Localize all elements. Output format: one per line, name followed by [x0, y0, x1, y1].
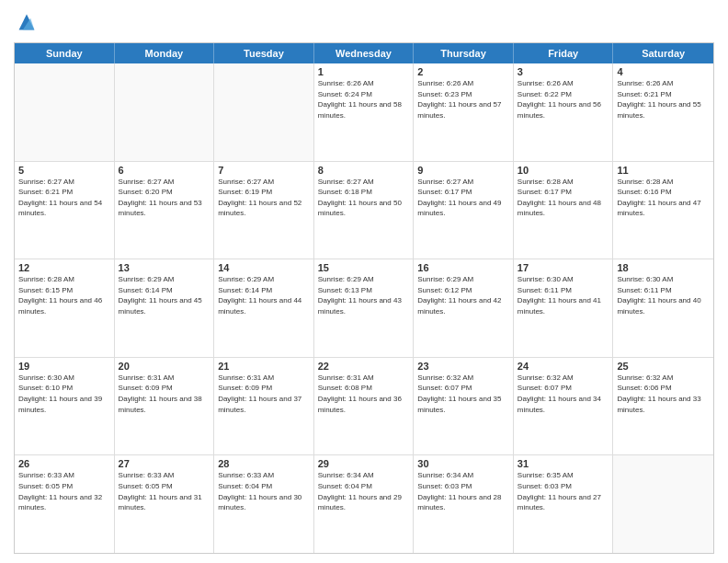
- day-of-week-monday: Monday: [115, 43, 215, 63]
- day-cell-18: 18Sunrise: 6:30 AMSunset: 6:11 PMDayligh…: [613, 259, 713, 357]
- day-info: Sunrise: 6:29 AMSunset: 6:14 PMDaylight:…: [218, 274, 310, 316]
- day-info: Sunrise: 6:26 AMSunset: 6:22 PMDaylight:…: [518, 78, 609, 121]
- day-number: 11: [617, 165, 710, 176]
- day-number: 15: [318, 262, 410, 273]
- day-number: 3: [518, 66, 609, 77]
- day-number: 18: [617, 262, 710, 273]
- day-info: Sunrise: 6:33 AMSunset: 6:05 PMDaylight:…: [119, 470, 210, 512]
- day-number: 22: [318, 361, 410, 372]
- day-info: Sunrise: 6:31 AMSunset: 6:08 PMDaylight:…: [318, 373, 410, 415]
- day-number: 30: [417, 458, 509, 469]
- day-info: Sunrise: 6:30 AMSunset: 6:10 PMDaylight:…: [18, 373, 110, 415]
- day-number: 1: [318, 66, 410, 77]
- day-info: Sunrise: 6:30 AMSunset: 6:11 PMDaylight:…: [617, 274, 710, 316]
- day-cell-24: 24Sunrise: 6:32 AMSunset: 6:07 PMDayligh…: [514, 358, 614, 455]
- day-info: Sunrise: 6:28 AMSunset: 6:17 PMDaylight:…: [518, 177, 609, 219]
- day-cell-5: 5Sunrise: 6:27 AMSunset: 6:21 PMDaylight…: [15, 162, 115, 259]
- calendar: SundayMondayTuesdayWednesdayThursdayFrid…: [14, 42, 714, 554]
- day-number: 7: [218, 165, 310, 176]
- day-cell-25: 25Sunrise: 6:32 AMSunset: 6:06 PMDayligh…: [613, 358, 713, 455]
- day-number: 25: [617, 361, 710, 372]
- day-cell-26: 26Sunrise: 6:33 AMSunset: 6:05 PMDayligh…: [15, 455, 115, 553]
- day-info: Sunrise: 6:32 AMSunset: 6:06 PMDaylight:…: [617, 373, 710, 415]
- day-cell-27: 27Sunrise: 6:33 AMSunset: 6:05 PMDayligh…: [115, 455, 215, 553]
- day-info: Sunrise: 6:34 AMSunset: 6:03 PMDaylight:…: [417, 470, 509, 512]
- day-cell-2: 2Sunrise: 6:26 AMSunset: 6:23 PMDaylight…: [414, 63, 514, 161]
- day-number: 19: [18, 361, 110, 372]
- day-cell-1: 1Sunrise: 6:26 AMSunset: 6:24 PMDaylight…: [314, 63, 415, 161]
- day-cell-9: 9Sunrise: 6:27 AMSunset: 6:17 PMDaylight…: [414, 162, 514, 259]
- day-cell-8: 8Sunrise: 6:27 AMSunset: 6:18 PMDaylight…: [314, 162, 415, 259]
- logo: [14, 9, 43, 35]
- day-cell-16: 16Sunrise: 6:29 AMSunset: 6:12 PMDayligh…: [414, 259, 514, 357]
- day-number: 27: [119, 458, 210, 469]
- logo-icon: [14, 9, 40, 35]
- day-number: 10: [518, 165, 609, 176]
- day-info: Sunrise: 6:27 AMSunset: 6:17 PMDaylight:…: [417, 177, 509, 219]
- day-info: Sunrise: 6:26 AMSunset: 6:24 PMDaylight:…: [318, 78, 410, 121]
- day-of-week-sunday: Sunday: [15, 43, 115, 63]
- day-cell-11: 11Sunrise: 6:28 AMSunset: 6:16 PMDayligh…: [613, 162, 713, 259]
- empty-cell: [214, 63, 314, 161]
- day-number: 31: [518, 458, 609, 469]
- day-number: 24: [518, 361, 609, 372]
- day-number: 26: [18, 458, 110, 469]
- day-of-week-friday: Friday: [514, 43, 614, 63]
- day-cell-31: 31Sunrise: 6:35 AMSunset: 6:03 PMDayligh…: [514, 455, 614, 553]
- day-number: 23: [417, 361, 509, 372]
- day-cell-13: 13Sunrise: 6:29 AMSunset: 6:14 PMDayligh…: [115, 259, 215, 357]
- day-cell-12: 12Sunrise: 6:28 AMSunset: 6:15 PMDayligh…: [15, 259, 115, 357]
- empty-cell: [115, 63, 215, 161]
- day-number: 29: [318, 458, 410, 469]
- day-cell-20: 20Sunrise: 6:31 AMSunset: 6:09 PMDayligh…: [115, 358, 215, 455]
- day-info: Sunrise: 6:32 AMSunset: 6:07 PMDaylight:…: [417, 373, 509, 415]
- calendar-header: SundayMondayTuesdayWednesdayThursdayFrid…: [15, 43, 713, 63]
- day-info: Sunrise: 6:31 AMSunset: 6:09 PMDaylight:…: [218, 373, 310, 415]
- day-cell-30: 30Sunrise: 6:34 AMSunset: 6:03 PMDayligh…: [414, 455, 514, 553]
- day-info: Sunrise: 6:27 AMSunset: 6:21 PMDaylight:…: [18, 177, 110, 219]
- day-cell-3: 3Sunrise: 6:26 AMSunset: 6:22 PMDaylight…: [514, 63, 614, 161]
- day-of-week-tuesday: Tuesday: [214, 43, 314, 63]
- day-info: Sunrise: 6:29 AMSunset: 6:12 PMDaylight:…: [417, 274, 509, 316]
- day-number: 14: [218, 262, 310, 273]
- empty-cell: [613, 455, 713, 553]
- day-number: 28: [218, 458, 310, 469]
- day-number: 5: [18, 165, 110, 176]
- day-cell-6: 6Sunrise: 6:27 AMSunset: 6:20 PMDaylight…: [115, 162, 215, 259]
- day-number: 20: [119, 361, 210, 372]
- calendar-body: 1Sunrise: 6:26 AMSunset: 6:24 PMDaylight…: [15, 63, 713, 553]
- day-cell-10: 10Sunrise: 6:28 AMSunset: 6:17 PMDayligh…: [514, 162, 614, 259]
- day-number: 8: [318, 165, 410, 176]
- day-number: 9: [417, 165, 509, 176]
- day-info: Sunrise: 6:33 AMSunset: 6:04 PMDaylight:…: [218, 470, 310, 512]
- day-info: Sunrise: 6:27 AMSunset: 6:18 PMDaylight:…: [318, 177, 410, 219]
- day-number: 13: [119, 262, 210, 273]
- day-number: 21: [218, 361, 310, 372]
- day-info: Sunrise: 6:32 AMSunset: 6:07 PMDaylight:…: [518, 373, 609, 415]
- week-row-4: 19Sunrise: 6:30 AMSunset: 6:10 PMDayligh…: [15, 358, 713, 456]
- day-cell-28: 28Sunrise: 6:33 AMSunset: 6:04 PMDayligh…: [214, 455, 314, 553]
- day-info: Sunrise: 6:27 AMSunset: 6:20 PMDaylight:…: [119, 177, 210, 219]
- week-row-5: 26Sunrise: 6:33 AMSunset: 6:05 PMDayligh…: [15, 455, 713, 553]
- day-number: 2: [417, 66, 509, 77]
- day-info: Sunrise: 6:33 AMSunset: 6:05 PMDaylight:…: [18, 470, 110, 512]
- day-info: Sunrise: 6:28 AMSunset: 6:15 PMDaylight:…: [18, 274, 110, 316]
- day-of-week-thursday: Thursday: [414, 43, 514, 63]
- day-cell-4: 4Sunrise: 6:26 AMSunset: 6:21 PMDaylight…: [613, 63, 713, 161]
- day-cell-17: 17Sunrise: 6:30 AMSunset: 6:11 PMDayligh…: [514, 259, 614, 357]
- day-of-week-saturday: Saturday: [613, 43, 713, 63]
- week-row-2: 5Sunrise: 6:27 AMSunset: 6:21 PMDaylight…: [15, 162, 713, 260]
- page: SundayMondayTuesdayWednesdayThursdayFrid…: [0, 0, 728, 563]
- day-info: Sunrise: 6:26 AMSunset: 6:21 PMDaylight:…: [617, 78, 710, 121]
- day-cell-15: 15Sunrise: 6:29 AMSunset: 6:13 PMDayligh…: [314, 259, 415, 357]
- day-info: Sunrise: 6:30 AMSunset: 6:11 PMDaylight:…: [518, 274, 609, 316]
- day-info: Sunrise: 6:31 AMSunset: 6:09 PMDaylight:…: [119, 373, 210, 415]
- day-info: Sunrise: 6:34 AMSunset: 6:04 PMDaylight:…: [318, 470, 410, 512]
- day-of-week-wednesday: Wednesday: [314, 43, 415, 63]
- day-cell-7: 7Sunrise: 6:27 AMSunset: 6:19 PMDaylight…: [214, 162, 314, 259]
- day-info: Sunrise: 6:27 AMSunset: 6:19 PMDaylight:…: [218, 177, 310, 219]
- header: [14, 9, 714, 35]
- day-number: 17: [518, 262, 609, 273]
- day-cell-23: 23Sunrise: 6:32 AMSunset: 6:07 PMDayligh…: [414, 358, 514, 455]
- day-info: Sunrise: 6:35 AMSunset: 6:03 PMDaylight:…: [518, 470, 609, 512]
